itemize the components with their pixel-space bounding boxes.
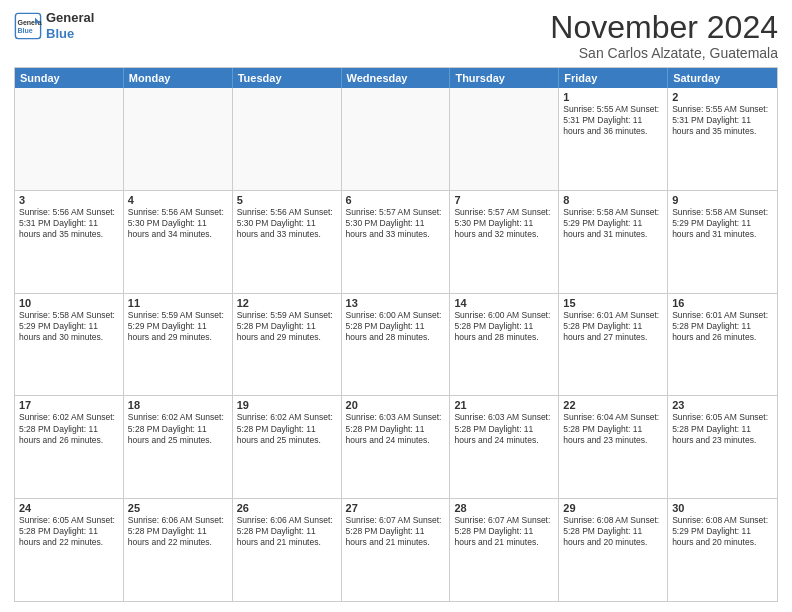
day-num-15: 15	[563, 297, 663, 309]
cal-cell-r3-c1: 18Sunrise: 6:02 AM Sunset: 5:28 PM Dayli…	[124, 396, 233, 498]
cell-text-1: Sunrise: 5:55 AM Sunset: 5:31 PM Dayligh…	[563, 104, 663, 137]
cell-text-14: Sunrise: 6:00 AM Sunset: 5:28 PM Dayligh…	[454, 310, 554, 343]
day-num-8: 8	[563, 194, 663, 206]
cal-cell-r0-c6: 2Sunrise: 5:55 AM Sunset: 5:31 PM Daylig…	[668, 88, 777, 190]
day-num-29: 29	[563, 502, 663, 514]
cal-cell-r0-c5: 1Sunrise: 5:55 AM Sunset: 5:31 PM Daylig…	[559, 88, 668, 190]
cell-text-18: Sunrise: 6:02 AM Sunset: 5:28 PM Dayligh…	[128, 412, 228, 445]
day-num-11: 11	[128, 297, 228, 309]
cal-cell-r1-c0: 3Sunrise: 5:56 AM Sunset: 5:31 PM Daylig…	[15, 191, 124, 293]
cell-text-16: Sunrise: 6:01 AM Sunset: 5:28 PM Dayligh…	[672, 310, 773, 343]
svg-text:Blue: Blue	[18, 27, 33, 34]
day-num-25: 25	[128, 502, 228, 514]
calendar-header: Sunday Monday Tuesday Wednesday Thursday…	[15, 68, 777, 88]
day-num-7: 7	[454, 194, 554, 206]
cal-cell-r1-c4: 7Sunrise: 5:57 AM Sunset: 5:30 PM Daylig…	[450, 191, 559, 293]
cell-text-27: Sunrise: 6:07 AM Sunset: 5:28 PM Dayligh…	[346, 515, 446, 548]
cal-cell-r0-c0	[15, 88, 124, 190]
cell-text-23: Sunrise: 6:05 AM Sunset: 5:28 PM Dayligh…	[672, 412, 773, 445]
cell-text-12: Sunrise: 5:59 AM Sunset: 5:28 PM Dayligh…	[237, 310, 337, 343]
cal-cell-r3-c5: 22Sunrise: 6:04 AM Sunset: 5:28 PM Dayli…	[559, 396, 668, 498]
cal-cell-r2-c3: 13Sunrise: 6:00 AM Sunset: 5:28 PM Dayli…	[342, 294, 451, 396]
cal-cell-r1-c3: 6Sunrise: 5:57 AM Sunset: 5:30 PM Daylig…	[342, 191, 451, 293]
day-num-22: 22	[563, 399, 663, 411]
cell-text-4: Sunrise: 5:56 AM Sunset: 5:30 PM Dayligh…	[128, 207, 228, 240]
day-num-28: 28	[454, 502, 554, 514]
logo: General Blue General Blue	[14, 10, 94, 41]
cell-text-17: Sunrise: 6:02 AM Sunset: 5:28 PM Dayligh…	[19, 412, 119, 445]
header-wednesday: Wednesday	[342, 68, 451, 88]
day-num-3: 3	[19, 194, 119, 206]
cal-cell-r2-c0: 10Sunrise: 5:58 AM Sunset: 5:29 PM Dayli…	[15, 294, 124, 396]
cell-text-25: Sunrise: 6:06 AM Sunset: 5:28 PM Dayligh…	[128, 515, 228, 548]
cell-text-2: Sunrise: 5:55 AM Sunset: 5:31 PM Dayligh…	[672, 104, 773, 137]
cal-cell-r2-c2: 12Sunrise: 5:59 AM Sunset: 5:28 PM Dayli…	[233, 294, 342, 396]
day-num-19: 19	[237, 399, 337, 411]
cal-cell-r2-c4: 14Sunrise: 6:00 AM Sunset: 5:28 PM Dayli…	[450, 294, 559, 396]
cal-row-2: 10Sunrise: 5:58 AM Sunset: 5:29 PM Dayli…	[15, 293, 777, 396]
cal-cell-r3-c4: 21Sunrise: 6:03 AM Sunset: 5:28 PM Dayli…	[450, 396, 559, 498]
title-block: November 2024 San Carlos Alzatate, Guate…	[550, 10, 778, 61]
cal-cell-r4-c3: 27Sunrise: 6:07 AM Sunset: 5:28 PM Dayli…	[342, 499, 451, 601]
day-num-20: 20	[346, 399, 446, 411]
cal-cell-r1-c1: 4Sunrise: 5:56 AM Sunset: 5:30 PM Daylig…	[124, 191, 233, 293]
cell-text-15: Sunrise: 6:01 AM Sunset: 5:28 PM Dayligh…	[563, 310, 663, 343]
cal-row-4: 24Sunrise: 6:05 AM Sunset: 5:28 PM Dayli…	[15, 498, 777, 601]
cell-text-22: Sunrise: 6:04 AM Sunset: 5:28 PM Dayligh…	[563, 412, 663, 445]
cal-cell-r4-c2: 26Sunrise: 6:06 AM Sunset: 5:28 PM Dayli…	[233, 499, 342, 601]
cell-text-24: Sunrise: 6:05 AM Sunset: 5:28 PM Dayligh…	[19, 515, 119, 548]
cal-cell-r4-c6: 30Sunrise: 6:08 AM Sunset: 5:29 PM Dayli…	[668, 499, 777, 601]
header-sunday: Sunday	[15, 68, 124, 88]
cal-cell-r1-c6: 9Sunrise: 5:58 AM Sunset: 5:29 PM Daylig…	[668, 191, 777, 293]
cal-cell-r4-c5: 29Sunrise: 6:08 AM Sunset: 5:28 PM Dayli…	[559, 499, 668, 601]
day-num-21: 21	[454, 399, 554, 411]
cell-text-8: Sunrise: 5:58 AM Sunset: 5:29 PM Dayligh…	[563, 207, 663, 240]
cal-cell-r2-c6: 16Sunrise: 6:01 AM Sunset: 5:28 PM Dayli…	[668, 294, 777, 396]
cal-cell-r2-c5: 15Sunrise: 6:01 AM Sunset: 5:28 PM Dayli…	[559, 294, 668, 396]
day-num-27: 27	[346, 502, 446, 514]
day-num-5: 5	[237, 194, 337, 206]
page: General Blue General Blue November 2024 …	[0, 0, 792, 612]
day-num-17: 17	[19, 399, 119, 411]
cell-text-5: Sunrise: 5:56 AM Sunset: 5:30 PM Dayligh…	[237, 207, 337, 240]
cal-cell-r3-c6: 23Sunrise: 6:05 AM Sunset: 5:28 PM Dayli…	[668, 396, 777, 498]
month-title: November 2024	[550, 10, 778, 45]
svg-rect-0	[15, 13, 40, 38]
header-saturday: Saturday	[668, 68, 777, 88]
calendar-body: 1Sunrise: 5:55 AM Sunset: 5:31 PM Daylig…	[15, 88, 777, 601]
cell-text-7: Sunrise: 5:57 AM Sunset: 5:30 PM Dayligh…	[454, 207, 554, 240]
cal-cell-r0-c1	[124, 88, 233, 190]
day-num-10: 10	[19, 297, 119, 309]
cal-cell-r4-c1: 25Sunrise: 6:06 AM Sunset: 5:28 PM Dayli…	[124, 499, 233, 601]
day-num-23: 23	[672, 399, 773, 411]
cell-text-28: Sunrise: 6:07 AM Sunset: 5:28 PM Dayligh…	[454, 515, 554, 548]
cell-text-6: Sunrise: 5:57 AM Sunset: 5:30 PM Dayligh…	[346, 207, 446, 240]
header-friday: Friday	[559, 68, 668, 88]
day-num-16: 16	[672, 297, 773, 309]
cell-text-26: Sunrise: 6:06 AM Sunset: 5:28 PM Dayligh…	[237, 515, 337, 548]
cal-cell-r0-c2	[233, 88, 342, 190]
logo-text: General Blue	[46, 10, 94, 41]
cal-row-1: 3Sunrise: 5:56 AM Sunset: 5:31 PM Daylig…	[15, 190, 777, 293]
day-num-9: 9	[672, 194, 773, 206]
cal-cell-r3-c3: 20Sunrise: 6:03 AM Sunset: 5:28 PM Dayli…	[342, 396, 451, 498]
header: General Blue General Blue November 2024 …	[14, 10, 778, 61]
day-num-13: 13	[346, 297, 446, 309]
day-num-30: 30	[672, 502, 773, 514]
cal-cell-r2-c1: 11Sunrise: 5:59 AM Sunset: 5:29 PM Dayli…	[124, 294, 233, 396]
day-num-6: 6	[346, 194, 446, 206]
logo-line1: General	[46, 10, 94, 26]
cal-row-3: 17Sunrise: 6:02 AM Sunset: 5:28 PM Dayli…	[15, 395, 777, 498]
cal-cell-r4-c0: 24Sunrise: 6:05 AM Sunset: 5:28 PM Dayli…	[15, 499, 124, 601]
calendar: Sunday Monday Tuesday Wednesday Thursday…	[14, 67, 778, 602]
cell-text-30: Sunrise: 6:08 AM Sunset: 5:29 PM Dayligh…	[672, 515, 773, 548]
cell-text-20: Sunrise: 6:03 AM Sunset: 5:28 PM Dayligh…	[346, 412, 446, 445]
cal-row-0: 1Sunrise: 5:55 AM Sunset: 5:31 PM Daylig…	[15, 88, 777, 190]
day-num-26: 26	[237, 502, 337, 514]
cell-text-19: Sunrise: 6:02 AM Sunset: 5:28 PM Dayligh…	[237, 412, 337, 445]
header-tuesday: Tuesday	[233, 68, 342, 88]
cell-text-3: Sunrise: 5:56 AM Sunset: 5:31 PM Dayligh…	[19, 207, 119, 240]
cell-text-13: Sunrise: 6:00 AM Sunset: 5:28 PM Dayligh…	[346, 310, 446, 343]
cal-cell-r1-c5: 8Sunrise: 5:58 AM Sunset: 5:29 PM Daylig…	[559, 191, 668, 293]
cell-text-10: Sunrise: 5:58 AM Sunset: 5:29 PM Dayligh…	[19, 310, 119, 343]
